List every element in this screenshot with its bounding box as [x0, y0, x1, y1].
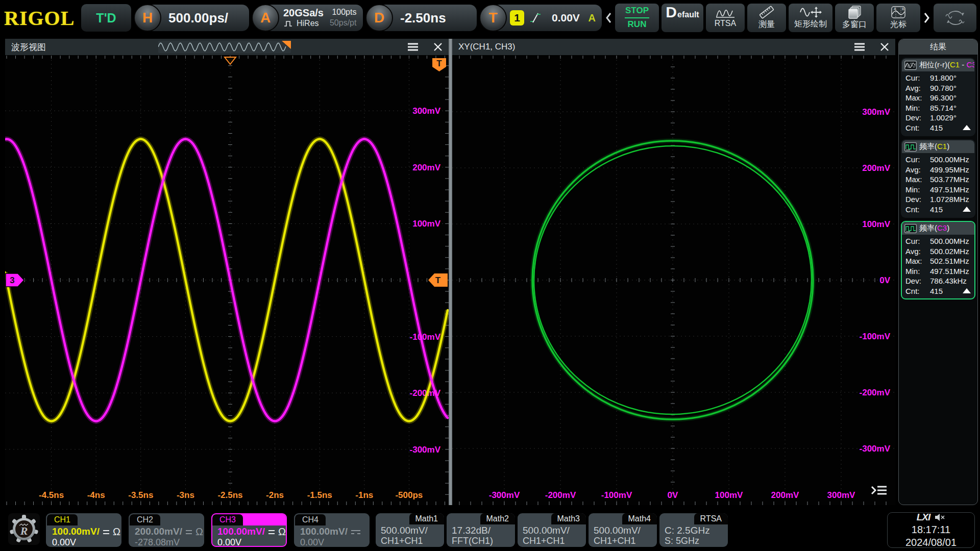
preview-waveform	[158, 43, 286, 51]
svg-text:200mV: 200mV	[412, 163, 440, 172]
waveform-preview-strip[interactable]	[158, 41, 291, 53]
svg-text:-200mV: -200mV	[545, 490, 576, 500]
channel-tab: CH4	[295, 514, 326, 525]
trigger-knob[interactable]: T	[479, 4, 507, 32]
xy-plot[interactable]: -300mV-200mV-100mV0V100mV200mV300mV300mV…	[452, 56, 895, 505]
rect-draw-button[interactable]: 矩形绘制	[789, 4, 832, 32]
svg-text:0V: 0V	[668, 490, 678, 500]
measurement-row: Cnt:415	[902, 286, 974, 296]
measure-button[interactable]: 测量	[747, 4, 786, 32]
cursor-ab-icon: A B	[891, 6, 906, 19]
sample-rate: 20GSa/s	[283, 7, 324, 19]
xy-panel-title: XY(CH1, CH3)	[458, 42, 515, 52]
stop-run-divider	[625, 17, 649, 18]
waveform-plot[interactable]: -4.5ns-4ns-3.5ns-3ns-2.5ns-2ns-1.5ns-1ns…	[5, 56, 449, 505]
acquisition-knob[interactable]: A	[252, 4, 279, 32]
svg-text:A: A	[894, 7, 896, 11]
xy-view-panel: XY(CH1, CH3) -300mV-200mV-100mV0V100mV20…	[452, 39, 895, 505]
measurement-row: Min:497.51MHz	[902, 266, 974, 277]
ch3-offset-tag[interactable]: 3	[6, 273, 24, 287]
cycle-windows-icon	[942, 8, 968, 28]
trigger-level: 0.00V	[552, 12, 580, 24]
dc-coupling-icon	[351, 530, 360, 535]
toolbar-scroll-right[interactable]	[923, 12, 931, 24]
delay-knob[interactable]: D	[365, 4, 393, 32]
measurement-card[interactable]: 频率(C1)Cur:500.00MHzAvg:499.95MHzMax:503.…	[901, 139, 975, 218]
close-icon[interactable]	[880, 42, 889, 52]
close-icon[interactable]	[433, 42, 443, 52]
system-date: 2024/08/01	[905, 536, 957, 549]
impedance-icon: Ω	[278, 526, 286, 537]
math1-card[interactable]: Math1500.00mV/CH1+CH1	[376, 513, 444, 547]
top-bar: RIGOL T'D 500.00ps/ H 20GSa/s HiRes 100	[0, 0, 980, 34]
xy-grid	[452, 56, 895, 505]
trigger-top-tag[interactable]: T	[432, 58, 446, 71]
collapse-menu-icon	[870, 484, 888, 497]
rising-edge-icon	[528, 11, 543, 25]
trigger-position-marker[interactable]	[225, 57, 236, 64]
measurement-row: Avg:90.780°	[902, 83, 974, 93]
channel-cards: CH1100.00mV/Ω0.00VCH2200.00mV/Ω-278.08mV…	[46, 513, 370, 547]
acq-mode: HiRes	[297, 19, 319, 28]
ruler-icon	[758, 6, 775, 19]
svg-text:100mV: 100mV	[862, 219, 890, 229]
measurement-card[interactable]: 频率(C3)Cur:500.00MHzAvg:500.02MHzMax:502.…	[901, 221, 975, 299]
horizontal-settings[interactable]: 500.00ps/ H	[134, 4, 249, 32]
svg-text:300mV: 300mV	[827, 490, 855, 500]
measurement-row: Min:85.714°	[902, 103, 974, 113]
measurement-row: Cur:91.800°	[902, 73, 974, 83]
trigger-status: T'D	[81, 4, 131, 32]
channel-card-ch2[interactable]: CH2200.00mV/Ω-278.08mV	[129, 513, 204, 547]
waveform-panel-header: 波形视图	[5, 39, 449, 56]
trigger-settings[interactable]: 1 0.00V A T	[479, 4, 602, 32]
system-menu-button[interactable]: R	[8, 513, 40, 545]
acquisition-settings[interactable]: 20GSa/s HiRes 100pts 50ps/pt A	[252, 4, 363, 32]
impedance-icon: Ω	[195, 526, 203, 537]
system-time: 18:17:11	[912, 523, 950, 536]
menu-icon[interactable]	[407, 42, 419, 52]
waveform-panel-title: 波形视图	[11, 41, 46, 53]
waveform-view-panel: 波形视图 -4.5ns-4ns-3.5ns-3ns-2.5ns-2ns-1.5n…	[5, 39, 449, 505]
measurement-row: Dev:1.0029°	[902, 113, 974, 123]
horizontal-knob[interactable]: H	[134, 4, 161, 32]
measurement-row: Cur:500.00MHz	[902, 236, 974, 246]
measurement-row: Dev:786.43kHz	[902, 276, 974, 286]
measurement-row: Cnt:415	[902, 205, 974, 215]
speaker-muted-icon	[934, 513, 945, 521]
math3-card[interactable]: Math3500.00mV/CH1+CH1	[518, 513, 586, 547]
default-button[interactable]: Default	[662, 4, 703, 32]
pulse-icon	[283, 20, 295, 27]
collapse-triangle-icon[interactable]	[963, 288, 971, 293]
collapse-triangle-icon[interactable]	[963, 207, 971, 212]
measurement-card[interactable]: 相位(r-r)(C1 - C3)Cur:91.800°Avg:90.780°Ma…	[901, 58, 975, 136]
oscilloscope-screen: RIGOL T'D 500.00ps/ H 20GSa/s HiRes 100	[0, 0, 980, 551]
channel-card-ch1[interactable]: CH1100.00mV/Ω0.00V	[46, 513, 121, 547]
chevron-right-icon	[923, 12, 930, 24]
multi-window-button[interactable]: 多窗口	[835, 4, 874, 32]
rtsa-button[interactable]: RTSA	[706, 4, 745, 32]
measurement-row: Max:503.77MHz	[902, 174, 974, 185]
svg-text:100mV: 100mV	[715, 490, 743, 500]
channel-tab: CH2	[130, 514, 160, 525]
math-cards: Math1500.00mV/CH1+CH1Math217.32dB/FFT(CH…	[376, 513, 728, 547]
trigger-source-badge[interactable]: 1	[510, 10, 524, 26]
channel-card-ch3[interactable]: CH3100.00mV/Ω0.00V	[211, 513, 287, 547]
cursor-button[interactable]: A B 光标	[876, 4, 920, 32]
math2-card[interactable]: Math217.32dB/FFT(CH1)	[447, 513, 515, 547]
menu-icon[interactable]	[853, 42, 866, 52]
run-stop-button[interactable]: STOP RUN	[615, 4, 659, 32]
trigger-level-tag[interactable]: T	[428, 273, 448, 287]
results-panel: 结果 相位(r-r)(C1 - C3)Cur:91.800°Avg:90.780…	[898, 39, 978, 505]
math4-card[interactable]: Math4500.00mV/CH1+CH1	[589, 513, 657, 547]
panel-divider[interactable]	[449, 39, 452, 505]
collapse-triangle-icon[interactable]	[963, 125, 971, 130]
collapse-menu-button[interactable]	[870, 484, 888, 499]
windows-cycle-button[interactable]	[934, 4, 976, 32]
svg-text:-4.5ns: -4.5ns	[39, 490, 64, 500]
channel-card-ch4[interactable]: CH4100.00mV/0.00V	[294, 513, 370, 547]
rtsa-card[interactable]: RTSAC: 2.5GHzS: 5GHz	[659, 513, 728, 547]
toolbar-scroll-left[interactable]	[604, 12, 612, 24]
freq-measure-icon	[904, 224, 917, 233]
delay-settings[interactable]: -2.50ns D	[365, 4, 477, 32]
gear-logo-icon: R	[9, 514, 39, 544]
